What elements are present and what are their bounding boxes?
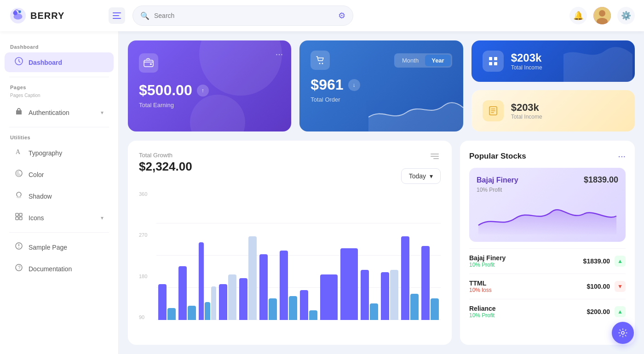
table-icon: [488, 56, 499, 67]
bar-purple-0: [158, 284, 167, 320]
sidebar-typography-label: Typography: [29, 149, 62, 157]
bajaj-area-chart: [477, 198, 618, 234]
chart-menu-icon[interactable]: [429, 152, 441, 161]
bar-group-3: [219, 191, 236, 320]
income-bottom-amount: $203k: [511, 102, 542, 114]
sidebar-item-authentication[interactable]: Authentication ▾: [5, 103, 114, 122]
chart-amount: $2,324.00: [139, 160, 192, 174]
sample-icon: [15, 242, 23, 252]
logo-text: BERRY: [30, 11, 64, 21]
filter-icon[interactable]: ⚙: [338, 11, 345, 21]
year-toggle-btn[interactable]: Year: [425, 55, 450, 66]
bar-blue-0: [167, 308, 176, 320]
sidebar-item-typography[interactable]: A Typography: [5, 143, 114, 163]
svg-rect-4: [113, 12, 121, 13]
card-bg-circle-2: [190, 95, 245, 131]
sidebar-docs-label: Documentation: [29, 265, 72, 273]
svg-rect-17: [16, 217, 18, 220]
stock-trend-2: ▲: [615, 306, 626, 317]
sidebar-item-icons[interactable]: Icons ▾: [5, 208, 114, 228]
stock-info-0: Bajaj Finery10% Profit: [469, 254, 506, 268]
income-top-card: $203k Total Income: [472, 40, 635, 82]
sidebar-section-dashboard: Dashboard: [0, 40, 118, 51]
sidebar-item-dashboard[interactable]: Dashboard: [5, 52, 114, 72]
month-toggle-btn[interactable]: Month: [396, 55, 425, 66]
sidebar-item-docs[interactable]: ? Documentation: [5, 259, 114, 279]
svg-text:A: A: [16, 148, 21, 155]
bar-blue-1: [188, 306, 196, 320]
search-input[interactable]: [154, 12, 334, 19]
stocks-dots-icon[interactable]: ···: [618, 151, 626, 161]
sidebar-item-sample[interactable]: Sample Page: [5, 237, 114, 257]
fab-gear-icon: [618, 328, 628, 338]
y-label-270: 270: [139, 232, 154, 238]
income-top-label: Total Income: [511, 64, 542, 71]
income-top-amount: $203k: [511, 51, 542, 64]
stock-item-1: TTML10% loss$100.00▼: [469, 274, 626, 299]
stocks-card: Popular Stocks ··· Bajaj Finery $1839.00…: [460, 141, 635, 345]
svg-point-26: [322, 63, 323, 64]
bar-group-1: [178, 191, 196, 320]
search-icon: 🔍: [140, 11, 150, 20]
bar-purple-11: [381, 272, 389, 320]
auth-chevron-icon: ▾: [101, 109, 104, 116]
auth-icon: [15, 107, 23, 118]
svg-point-25: [319, 63, 321, 64]
sidebar-item-color[interactable]: Color: [5, 165, 114, 184]
y-label-180: 180: [139, 274, 154, 279]
earning-card-dots[interactable]: ···: [276, 49, 283, 59]
stock-list: Bajaj Finery10% Profit$1839.00▲TTML10% l…: [469, 248, 626, 324]
bar-blue-7: [309, 310, 317, 320]
bottom-row: Total Growth $2,324.00 Today ▾: [128, 141, 635, 345]
bar-light-3: [228, 274, 236, 320]
stock-name-2: Reliance: [469, 305, 496, 312]
bajaj-featured-price: $1839.00: [584, 175, 618, 185]
chart-area: 360 270 180 90: [139, 191, 441, 334]
svg-point-2: [13, 11, 18, 16]
sidebar-sample-label: Sample Page: [29, 244, 67, 251]
today-button[interactable]: Today ▾: [401, 168, 441, 184]
notification-button[interactable]: 🔔: [569, 7, 587, 24]
bajaj-top: Bajaj Finery $1839.00: [477, 175, 618, 185]
svg-rect-5: [113, 15, 119, 16]
receipt-icon: [488, 105, 499, 116]
total-order-card: Month Year $961 ↓ Total Order: [299, 40, 463, 131]
income-bottom-info: $203k Total Income: [511, 102, 542, 120]
bajaj-featured-profit: 10% Profit: [477, 187, 618, 193]
sidebar-item-shadow[interactable]: Shadow: [5, 186, 114, 206]
svg-point-20: [18, 247, 19, 248]
right-column: $203k Total Income $203k Total Income: [472, 40, 635, 131]
bar-group-5: [259, 191, 277, 320]
icons-chevron-icon: ▾: [101, 215, 104, 221]
sidebar-shadow-label: Shadow: [29, 193, 52, 200]
main-layout: Dashboard Dashboard Pages Pages Caption …: [0, 31, 644, 354]
avatar[interactable]: [593, 7, 611, 24]
settings-button[interactable]: ⚙️: [617, 7, 635, 24]
income-bottom-card: $203k Total Income: [472, 90, 635, 131]
gear-icon: ⚙️: [621, 11, 631, 21]
bar-purple-5: [259, 254, 268, 320]
color-icon: [15, 169, 23, 180]
fab-button[interactable]: [612, 322, 634, 344]
stock-trend-0: ▲: [615, 256, 626, 267]
stock-profit-0: 10% Profit: [469, 262, 506, 268]
y-label-360: 360: [139, 191, 154, 197]
bar-group-4: [239, 191, 257, 320]
bar-light-11: [390, 270, 398, 320]
bar-group-8: [320, 191, 338, 320]
docs-icon: ?: [15, 263, 23, 274]
svg-rect-30: [494, 62, 497, 65]
sidebar-dashboard-label: Dashboard: [29, 59, 62, 66]
bar-group-13: [421, 191, 439, 320]
menu-button[interactable]: [109, 7, 125, 24]
bar-group-12: [401, 191, 419, 320]
sidebar-divider-3: [9, 232, 109, 233]
bar-light-4: [248, 236, 257, 320]
chart-y-labels: 360 270 180 90: [139, 191, 154, 320]
today-label: Today: [409, 172, 426, 180]
svg-rect-28: [494, 57, 497, 60]
svg-point-13: [17, 192, 21, 197]
total-earning-card: ··· $500.00 ↑ Total Earning: [128, 40, 291, 131]
stocks-header: Popular Stocks ···: [469, 151, 626, 161]
sidebar-divider-1: [9, 77, 109, 77]
